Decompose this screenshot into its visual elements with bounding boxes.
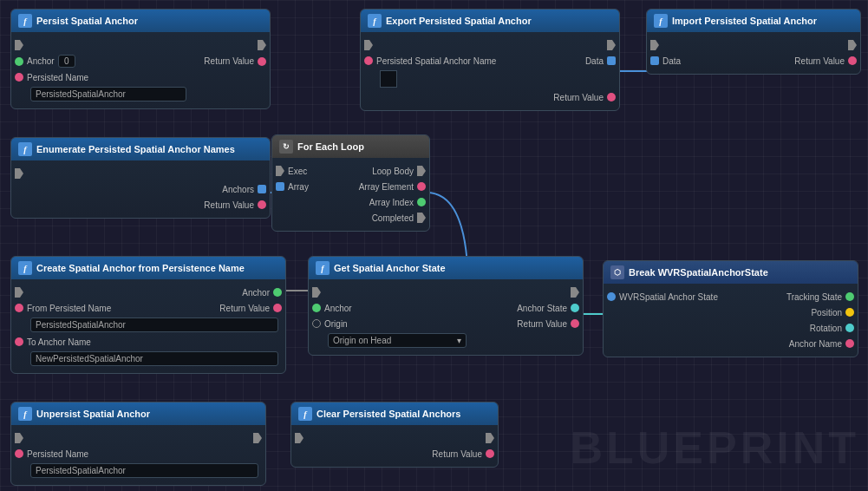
persist-spatial-anchor-body: Anchor 0 Return Value Persisted Name	[11, 32, 270, 108]
anchor-out-label: Anchor	[242, 288, 270, 298]
anchors-label: Anchors	[222, 185, 254, 194]
function-icon-5: f	[368, 14, 382, 28]
unpersist-name-field	[15, 462, 262, 480]
get-anchor-state-title: Get Spatial Anchor State	[334, 263, 446, 273]
return-pin-8	[486, 449, 494, 458]
exec-out-7	[571, 287, 579, 298]
return-value-label: Return Value	[204, 56, 254, 66]
exec-in-7	[312, 287, 321, 298]
rotation-row: Rotation	[607, 320, 854, 336]
anchors-row: Anchors	[15, 181, 266, 197]
loop-body-pin	[417, 166, 426, 176]
create-body: Anchor From Persisted Name Return Value …	[11, 279, 285, 373]
anchor-name-row: Persisted Spatial Anchor Name Data	[364, 53, 616, 69]
import-title: Import Persisted Spatial Anchor	[672, 16, 817, 26]
data-row: Data Return Value	[650, 53, 857, 69]
for-each-loop-node: ↻ For Each Loop Exec Loop Body Array Arr…	[271, 134, 430, 232]
break-icon: ⬡	[610, 265, 624, 279]
export-header: f Export Persisted Spatial Anchor	[361, 10, 619, 32]
return-pin-5	[607, 93, 616, 101]
loop-body-label: Loop Body	[372, 167, 414, 176]
exec-row-9	[650, 37, 857, 53]
exec-row-3: Anchor	[15, 285, 282, 300]
export-body: Persisted Spatial Anchor Name Data Retur…	[361, 32, 619, 110]
array-in-pin	[276, 182, 284, 191]
return-pin-3	[273, 304, 282, 312]
create-header: f Create Spatial Anchor from Persistence…	[11, 257, 285, 279]
exec-row-6: Exec Loop Body	[276, 163, 426, 179]
anchor-label: Anchor	[27, 56, 55, 66]
rotation-label: Rotation	[810, 324, 842, 333]
unpersist-input[interactable]	[30, 463, 258, 478]
data-in-label: Data	[662, 56, 681, 66]
exec-in-6	[276, 166, 284, 176]
completed-row: Completed	[276, 210, 426, 226]
import-header: f Import Persisted Spatial Anchor	[647, 10, 860, 32]
return-row-8: Return Value	[295, 446, 494, 462]
import-node: f Import Persisted Spatial Anchor Data R…	[646, 9, 861, 75]
return-label-8: Return Value	[432, 449, 482, 459]
export-node: f Export Persisted Spatial Anchor Persis…	[360, 9, 620, 111]
array-index-row: Array Index	[276, 194, 426, 210]
persist-spatial-anchor-title: Persist Spatial Anchor	[36, 16, 138, 26]
exec-in-5	[364, 40, 373, 50]
for-each-body: Exec Loop Body Array Array Element Array…	[272, 158, 429, 231]
from-persisted-input[interactable]	[30, 318, 278, 332]
anchor-row: Anchor 0 Return Value	[15, 53, 266, 69]
blueprint-watermark: BLUEPRINT	[570, 422, 859, 474]
anchor-name-pin	[364, 56, 373, 65]
completed-pin	[417, 213, 426, 223]
completed-label: Completed	[372, 213, 414, 223]
from-name-label: From Persisted Name	[27, 304, 111, 313]
unpersist-node: f Unpersist Spatial Anchor Persisted Nam…	[10, 402, 266, 486]
clear-anchors-body: Return Value	[291, 425, 498, 467]
persisted-name-row: Persisted Name	[15, 69, 266, 85]
enumerate-title: Enumerate Persisted Spatial Anchor Names	[36, 144, 235, 154]
dropdown-chevron: ▾	[457, 336, 461, 345]
exec-in-2	[15, 168, 23, 179]
data-pin	[607, 56, 616, 65]
anchor-state-pin	[571, 304, 579, 312]
persisted-name-label: Persisted Name	[27, 73, 88, 82]
anchor-name-out-pin	[845, 339, 854, 348]
to-name-field	[15, 350, 282, 368]
to-name-row: To Anchor Name	[15, 334, 282, 350]
break-wvr-header: ⬡ Break WVRSpatialAnchorState	[604, 261, 858, 284]
break-wvr-title: Break WVRSpatialAnchorState	[629, 267, 768, 278]
export-title: Export Persisted Spatial Anchor	[386, 16, 532, 26]
to-anchor-input[interactable]	[30, 351, 278, 366]
anchor-out-pin	[273, 288, 282, 297]
function-icon-7: f	[298, 407, 312, 421]
exec-row-2	[15, 166, 266, 181]
break-wvr-body: WVRSpatial Anchor State Tracking State P…	[604, 284, 858, 357]
from-name-row: From Persisted Name Return Value	[15, 300, 282, 316]
anchor-label-7: Anchor	[324, 304, 352, 313]
from-name-field	[15, 316, 282, 334]
tracking-label: Tracking State	[786, 292, 842, 302]
get-anchor-state-header: f Get Spatial Anchor State	[309, 257, 583, 279]
return-pin-2	[258, 200, 266, 209]
exec-out-pin	[258, 40, 266, 50]
array-element-pin	[417, 182, 426, 191]
create-spatial-anchor-node: f Create Spatial Anchor from Persistence…	[10, 256, 286, 374]
to-name-pin	[15, 337, 23, 346]
function-icon-2: f	[18, 142, 32, 156]
export-square	[380, 70, 397, 88]
array-row: Array Array Element	[276, 179, 426, 194]
to-name-label: To Anchor Name	[27, 337, 91, 347]
exec-out-9	[848, 40, 857, 50]
exec-out-4	[253, 433, 262, 443]
persisted-name-input[interactable]	[30, 87, 186, 101]
origin-dropdown-field[interactable]: Origin on Head ▾	[328, 333, 467, 348]
unpersist-title: Unpersist Spatial Anchor	[36, 409, 150, 419]
exec-in-4	[15, 433, 23, 443]
for-each-title: For Each Loop	[297, 141, 364, 152]
array-index-label: Array Index	[369, 198, 414, 207]
position-pin	[845, 308, 854, 317]
pers-name-pin-2	[15, 449, 23, 458]
return-pin	[258, 57, 266, 66]
unpersist-header: f Unpersist Spatial Anchor	[11, 403, 265, 425]
clear-anchors-header: f Clear Persisted Spatial Anchors	[291, 403, 498, 425]
get-anchor-state-body: Anchor Anchor State Origin Return Value …	[309, 279, 583, 355]
exec-out-8	[486, 433, 494, 443]
